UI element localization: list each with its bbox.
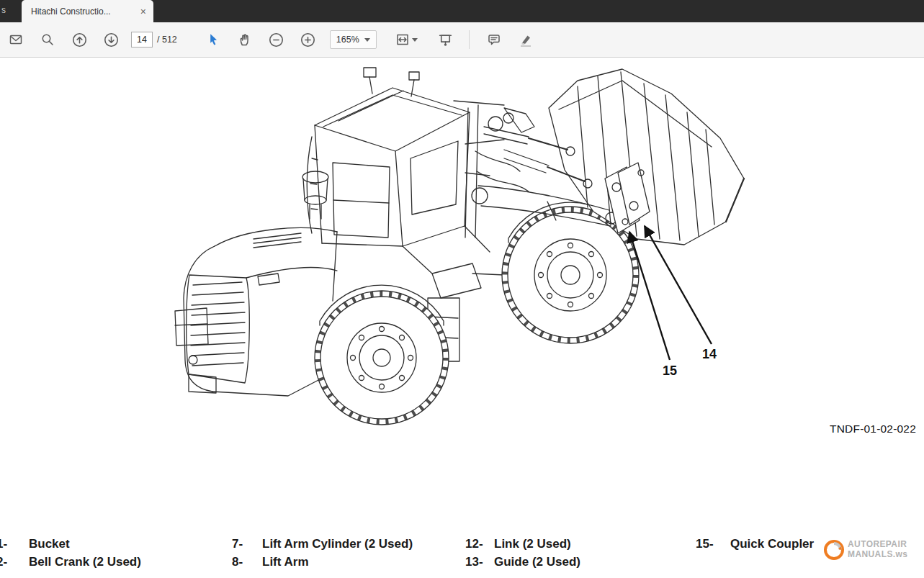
plus-circle-icon [300, 32, 315, 48]
rear-wheel [315, 291, 449, 425]
legend-label: Guide (2 Used) [494, 555, 580, 569]
legend-label: Quick Coupler [730, 537, 814, 551]
highlighter-icon [519, 32, 533, 47]
envelope-icon [9, 32, 23, 47]
page-number-input[interactable] [131, 32, 153, 48]
select-tool-button[interactable] [202, 28, 225, 51]
cab [307, 68, 470, 246]
legend-num: 15- [696, 537, 714, 551]
hand-tool-button[interactable] [233, 28, 256, 51]
fit-width-button[interactable] [393, 28, 421, 51]
comment-bubble-icon [487, 32, 501, 47]
legend-num: 2- [0, 555, 7, 569]
toolbar-separator [469, 30, 470, 49]
fit-width-icon [395, 32, 410, 47]
wheel-loader-diagram [0, 58, 924, 578]
projection-screen-icon [438, 32, 453, 48]
legend-num: 1- [0, 537, 7, 551]
zoom-in-button[interactable] [297, 28, 320, 51]
tab-title: Hitachi Constructio... [31, 6, 135, 17]
legend-num: 12- [465, 537, 483, 551]
watermark-line1: AUTOREPAIR [848, 540, 907, 550]
previous-page-button[interactable] [68, 28, 91, 51]
legend-label: Lift Arm Cylinder (2 Used) [262, 537, 413, 551]
callout-15: 15 [663, 363, 677, 379]
watermark: AUTOREPAIR MANUALS.ws [824, 540, 907, 560]
zoom-out-button[interactable] [265, 28, 288, 51]
figure-code: TNDF-01-02-022 [792, 423, 916, 435]
legend-num: 13- [465, 555, 483, 569]
search-icon [40, 32, 55, 47]
hand-icon [238, 32, 252, 47]
toolbar: / 512 165% [0, 22, 924, 58]
legend-num: 7- [232, 537, 243, 551]
callout-14: 14 [702, 347, 717, 362]
document-tab[interactable]: Hitachi Constructio... × [22, 0, 153, 22]
presentation-button[interactable] [434, 28, 457, 51]
highlighter-button[interactable] [514, 28, 537, 51]
arrow-up-circle-icon [72, 32, 87, 48]
search-button[interactable] [36, 28, 59, 51]
chevron-down-icon [364, 38, 370, 42]
pdf-page: 15 14 TNDF-01-02-022 1- Bucket 2- Bell C… [0, 58, 924, 578]
chevron-down-icon [412, 38, 418, 42]
tab-bar: s Hitachi Constructio... × [0, 0, 924, 22]
watermark-line2: MANUALS.ws [848, 550, 907, 560]
legend-num: 8- [232, 555, 243, 569]
watermark-logo-icon [824, 540, 844, 560]
legend-label: Lift Arm [262, 555, 309, 569]
arrow-down-circle-icon [104, 32, 119, 48]
next-page-button[interactable] [99, 28, 122, 51]
legend-label: Link (2 Used) [494, 537, 571, 551]
callout-leader-lines [629, 226, 712, 360]
cursor-arrow-icon [206, 32, 220, 47]
minus-circle-icon [269, 32, 284, 48]
engine-hood [175, 171, 337, 396]
legend-label: Bucket [29, 537, 70, 551]
legend-label: Bell Crank (2 Used) [29, 555, 141, 569]
zoom-level-dropdown[interactable]: 165% [330, 30, 377, 49]
comment-button[interactable] [483, 28, 506, 51]
zoom-level-value: 165% [336, 35, 359, 45]
partial-tab[interactable]: s [1, 5, 6, 15]
tab-close-icon[interactable]: × [140, 6, 146, 17]
page-total-label: / 512 [157, 35, 177, 45]
email-button[interactable] [4, 28, 27, 51]
